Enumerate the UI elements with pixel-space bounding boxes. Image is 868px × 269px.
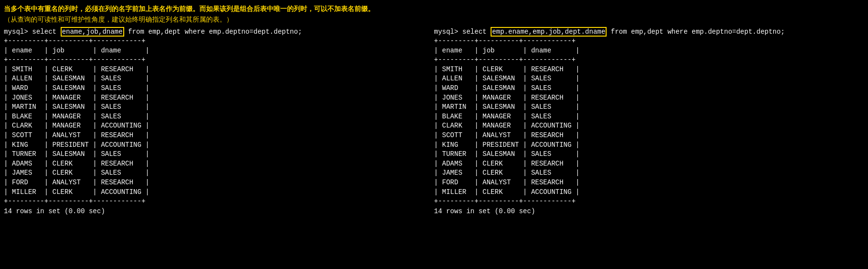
left-table: +---------+----------+------------+ | en…: [4, 37, 434, 206]
left-sql-highlight: ename,job,dname: [61, 27, 124, 37]
right-sql-prefix: mysql> select: [434, 28, 491, 36]
right-table: +---------+----------+------------+ | en…: [434, 37, 865, 206]
sub-note-line2: （从查询的可读性和可维护性角度，建议始终明确指定列名和其所属的表。）: [4, 15, 864, 24]
right-sql-suffix: from emp,dept where emp.deptno=dept.dept…: [607, 28, 785, 36]
right-footer: 14 rows in set (0.00 sec): [434, 207, 865, 215]
left-column: mysql> select ename,job,dname from emp,d…: [4, 28, 434, 215]
left-sql-prefix: mysql> select: [4, 28, 61, 36]
left-sql-line: mysql> select ename,job,dname from emp,d…: [4, 28, 434, 36]
left-sql-suffix: from emp,dept where emp.deptno=dept.dept…: [124, 28, 302, 36]
top-note-line1: 当多个表中有重名的列时，必须在列的名字前加上表名作为前缀。而如果该列是组合后表中…: [4, 5, 864, 13]
right-sql-highlight: emp.ename,emp.job,dept.dname: [491, 27, 607, 37]
left-footer: 14 rows in set (0.00 sec): [4, 207, 434, 215]
right-column: mysql> select emp.ename,emp.job,dept.dna…: [434, 28, 865, 215]
right-sql-line: mysql> select emp.ename,emp.job,dept.dna…: [434, 28, 865, 36]
